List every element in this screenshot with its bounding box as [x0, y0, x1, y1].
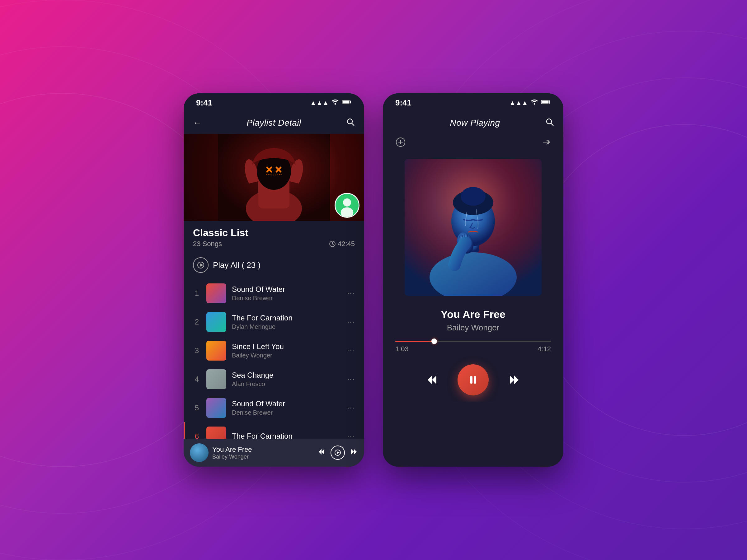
playback-controls — [383, 358, 563, 402]
time-row: 1:03 4:12 — [395, 345, 551, 353]
battery-icon-2 — [541, 99, 551, 106]
song-art-2 — [206, 312, 226, 332]
play-all-label: Play All ( 23 ) — [213, 260, 260, 270]
mini-forward-button[interactable] — [350, 448, 358, 458]
album-art — [405, 159, 542, 296]
song-artist-4: Alan Fresco — [232, 380, 342, 388]
song-more-1[interactable]: ··· — [347, 289, 355, 297]
song-art-3 — [206, 341, 226, 361]
play-all-row[interactable]: Play All ( 23 ) — [184, 251, 364, 279]
song-item-2[interactable]: 2 The For Carnation Dylan Meringue ··· — [184, 308, 364, 336]
progress-thumb[interactable] — [431, 339, 437, 344]
svg-marker-34 — [337, 451, 340, 454]
progress-section: 1:03 4:12 — [383, 336, 563, 358]
song-item-1[interactable]: 1 Sound Of Water Denise Brewer ··· — [184, 279, 364, 308]
song-artist-5: Denise Brewer — [232, 409, 342, 416]
song-item-3[interactable]: 3 Since I Left You Bailey Wonger ··· — [184, 336, 364, 365]
status-icons-2: ▲▲▲ — [510, 99, 551, 106]
progress-bar[interactable] — [395, 341, 551, 342]
album-art-container — [383, 153, 563, 302]
mini-player-controls — [317, 446, 358, 460]
song-info-4: Sea Change Alan Fresco — [232, 371, 342, 388]
status-time-2: 9:41 — [395, 98, 411, 108]
svg-line-42 — [551, 123, 553, 126]
svg-point-52 — [461, 187, 486, 206]
svg-rect-9 — [350, 101, 351, 103]
song-title-3: Since I Left You — [232, 342, 342, 351]
song-more-2[interactable]: ··· — [347, 318, 355, 326]
share-button[interactable] — [540, 137, 551, 150]
current-time: 1:03 — [395, 345, 409, 353]
song-more-3[interactable]: ··· — [347, 347, 355, 355]
mini-player-art — [190, 443, 209, 462]
progress-fill — [395, 341, 434, 342]
song-more-5[interactable]: ··· — [347, 404, 355, 412]
song-count: 23 Songs — [193, 240, 222, 248]
mini-play-button[interactable] — [331, 446, 345, 460]
search-icon-1[interactable] — [346, 117, 355, 129]
track-artist: Bailey Wonger — [395, 323, 551, 332]
nav-bar-2: Now Playing — [383, 112, 563, 134]
mini-player-info: You Are Free Bailey Wonger — [212, 446, 314, 460]
song-item-5[interactable]: 5 Sound Of Water Denise Brewer ··· — [184, 394, 364, 422]
track-info: You Are Free Bailey Wonger — [383, 302, 563, 336]
svg-marker-31 — [319, 449, 321, 455]
svg-rect-10 — [343, 101, 350, 103]
signal-icon-1: ▲▲▲ — [310, 99, 329, 106]
song-title-5: Sound Of Water — [232, 399, 342, 408]
song-art-5 — [206, 398, 226, 418]
mini-player-title: You Are Free — [212, 446, 314, 454]
playlist-hero-image — [184, 134, 364, 221]
song-num-6: 6 — [193, 432, 201, 439]
svg-point-11 — [347, 119, 352, 124]
song-info-1: Sound Of Water Denise Brewer — [232, 285, 342, 302]
svg-marker-56 — [428, 375, 432, 384]
song-num-4: 4 — [193, 375, 201, 383]
song-num-5: 5 — [193, 403, 201, 412]
mini-player-artist: Bailey Wonger — [212, 454, 314, 460]
back-button[interactable]: ← — [193, 118, 202, 128]
rewind-button[interactable] — [425, 373, 439, 387]
song-info-5: Sound Of Water Denise Brewer — [232, 399, 342, 416]
pause-button[interactable] — [458, 364, 489, 395]
svg-rect-58 — [470, 376, 472, 383]
song-num-3: 3 — [193, 346, 201, 355]
song-more-4[interactable]: ··· — [347, 375, 355, 383]
playlist-title: Classic List — [193, 227, 355, 239]
song-item-6[interactable]: 6 The For Carnation ··· — [184, 422, 364, 439]
song-title-2: The For Carnation — [232, 314, 342, 322]
forward-button[interactable] — [507, 373, 521, 387]
search-icon-2[interactable] — [545, 117, 554, 129]
song-artist-2: Dylan Meringue — [232, 323, 342, 330]
svg-point-7 — [335, 103, 336, 105]
svg-line-12 — [352, 123, 354, 126]
np-action-icons — [383, 134, 563, 153]
active-indicator — [184, 422, 185, 439]
song-art-1 — [206, 284, 226, 303]
svg-point-26 — [343, 198, 351, 207]
mini-player[interactable]: You Are Free Bailey Wonger — [184, 439, 364, 466]
svg-point-37 — [534, 103, 535, 105]
song-list: 1 Sound Of Water Denise Brewer ··· 2 The… — [184, 279, 364, 439]
mini-rewind-button[interactable] — [317, 448, 326, 458]
add-to-playlist-button[interactable] — [395, 137, 406, 150]
svg-marker-30 — [200, 264, 203, 266]
svg-marker-60 — [510, 375, 514, 384]
svg-marker-35 — [351, 449, 354, 455]
svg-rect-39 — [549, 101, 550, 103]
song-artist-1: Denise Brewer — [232, 295, 342, 302]
svg-point-41 — [546, 119, 551, 124]
song-more-6[interactable]: ··· — [347, 432, 355, 439]
playlist-detail-phone: 9:41 ▲▲▲ ← Playlist Detail — [184, 93, 364, 466]
total-time: 4:12 — [538, 345, 551, 353]
svg-marker-36 — [354, 449, 357, 455]
track-title: You Are Free — [395, 308, 551, 320]
battery-icon-1 — [342, 99, 352, 106]
song-info-3: Since I Left You Bailey Wonger — [232, 342, 342, 359]
song-artist-3: Bailey Wonger — [232, 352, 342, 359]
song-title-6: The For Carnation — [232, 432, 342, 439]
song-item-4[interactable]: 4 Sea Change Alan Fresco ··· — [184, 365, 364, 394]
status-time-1: 9:41 — [196, 98, 212, 108]
nav-bar-1: ← Playlist Detail — [184, 112, 364, 134]
svg-marker-61 — [514, 375, 518, 384]
